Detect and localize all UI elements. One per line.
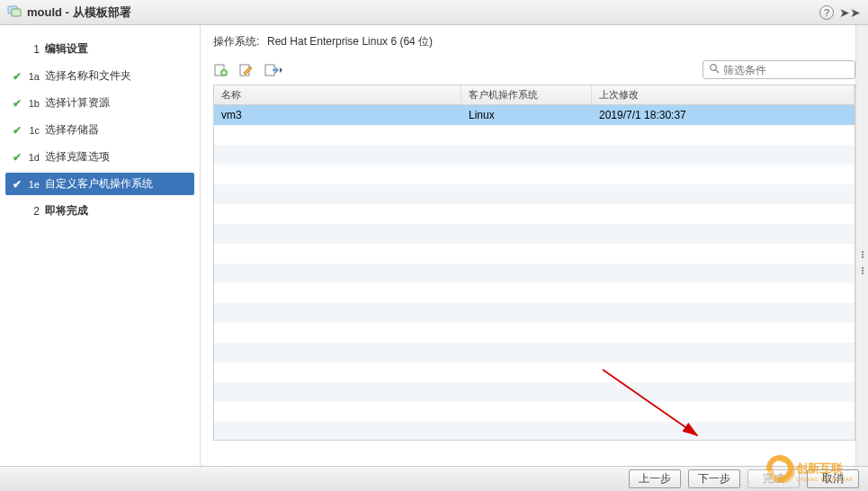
dialog-footer: 上一步 下一步 完成 取消 <box>0 466 868 491</box>
svg-rect-1 <box>12 9 21 16</box>
table-row <box>214 145 855 165</box>
scroll-grip-icon[interactable] <box>857 250 867 259</box>
scroll-grip-icon[interactable] <box>857 266 867 275</box>
table-row <box>214 165 855 184</box>
spec-table: 名称 客户机操作系统 上次修改 vm3 Linux 2019/7/1 18:30… <box>213 85 855 441</box>
os-value: Red Hat Enterprise Linux 6 (64 位) <box>267 34 433 49</box>
back-button[interactable]: 上一步 <box>629 469 681 488</box>
step-1c-select-storage[interactable]: ✔ 1c 选择存储器 <box>5 119 194 141</box>
col-last-modified[interactable]: 上次修改 <box>592 85 855 104</box>
toolbar: ▼ <box>213 60 855 79</box>
step-2-ready[interactable]: 2 即将完成 <box>5 200 194 222</box>
table-row <box>214 343 855 362</box>
cancel-button[interactable]: 取消 <box>807 469 859 488</box>
new-spec-icon[interactable] <box>213 62 229 78</box>
step-label: 自定义客户机操作系统 <box>45 176 153 192</box>
table-row <box>214 402 855 422</box>
table-row <box>214 323 855 343</box>
next-button[interactable]: 下一步 <box>688 469 740 488</box>
table-row <box>214 362 855 382</box>
table-row <box>214 283 855 303</box>
svg-point-6 <box>711 65 717 71</box>
svg-line-7 <box>716 70 719 73</box>
deploy-template-icon <box>7 4 22 21</box>
check-icon: ✔ <box>9 124 25 137</box>
table-row[interactable]: vm3 Linux 2019/7/1 18:30:37 <box>214 105 855 125</box>
table-row <box>214 184 855 204</box>
dialog-title: mould - 从模板部署 <box>27 4 131 21</box>
step-label: 选择计算资源 <box>45 95 110 111</box>
step-1e-customize-guest-os[interactable]: ✔ 1e 自定义客户机操作系统 <box>5 173 194 195</box>
expand-icon[interactable]: ➤➤ <box>839 5 861 20</box>
os-info-row: 操作系统: Red Hat Enterprise Linux 6 (64 位) <box>213 34 855 49</box>
step-1b-select-compute[interactable]: ✔ 1b 选择计算资源 <box>5 92 194 114</box>
step-label: 选择名称和文件夹 <box>45 68 131 84</box>
col-name[interactable]: 名称 <box>214 85 461 104</box>
table-row <box>214 303 855 323</box>
dialog-body: 1 编辑设置 ✔ 1a 选择名称和文件夹 ✔ 1b 选择计算资源 ✔ 1c 选择… <box>0 25 868 466</box>
scrollbar[interactable] <box>855 25 868 466</box>
filter-input[interactable] <box>723 64 858 76</box>
cell-name: vm3 <box>214 109 461 121</box>
os-label: 操作系统: <box>213 34 267 49</box>
col-guest-os[interactable]: 客户机操作系统 <box>461 85 592 104</box>
search-icon <box>709 63 720 76</box>
cell-guest-os: Linux <box>461 109 592 121</box>
step-label: 编辑设置 <box>45 41 88 57</box>
table-row <box>214 263 855 283</box>
table-row <box>214 244 855 263</box>
main-panel: 操作系统: Red Hat Enterprise Linux 6 (64 位) <box>201 25 868 466</box>
step-label: 即将完成 <box>45 203 88 219</box>
titlebar: mould - 从模板部署 ? ➤➤ <box>0 0 868 25</box>
table-row <box>214 382 855 402</box>
edit-spec-icon[interactable] <box>238 62 255 78</box>
cell-modified: 2019/7/1 18:30:37 <box>592 109 855 121</box>
table-row <box>214 422 855 441</box>
check-icon: ✔ <box>9 70 25 83</box>
check-icon: ✔ <box>9 151 25 164</box>
table-header: 名称 客户机操作系统 上次修改 <box>214 85 855 105</box>
table-row <box>214 224 855 244</box>
table-body: vm3 Linux 2019/7/1 18:30:37 <box>214 105 855 441</box>
check-icon: ✔ <box>9 97 25 110</box>
step-label: 选择克隆选项 <box>45 149 110 165</box>
check-icon: ✔ <box>9 178 25 191</box>
step-1d-clone-options[interactable]: ✔ 1d 选择克隆选项 <box>5 146 194 168</box>
table-row <box>214 204 855 224</box>
table-row <box>214 125 855 145</box>
help-icon[interactable]: ? <box>819 5 834 20</box>
step-1-edit-settings[interactable]: 1 编辑设置 <box>5 38 194 60</box>
wizard-sidebar: 1 编辑设置 ✔ 1a 选择名称和文件夹 ✔ 1b 选择计算资源 ✔ 1c 选择… <box>0 25 201 466</box>
step-1a-select-name-folder[interactable]: ✔ 1a 选择名称和文件夹 <box>5 65 194 87</box>
step-label: 选择存储器 <box>45 122 99 138</box>
import-spec-icon[interactable] <box>264 62 283 78</box>
filter-input-wrap[interactable]: ▼ <box>702 60 855 79</box>
finish-button: 完成 <box>747 469 800 488</box>
